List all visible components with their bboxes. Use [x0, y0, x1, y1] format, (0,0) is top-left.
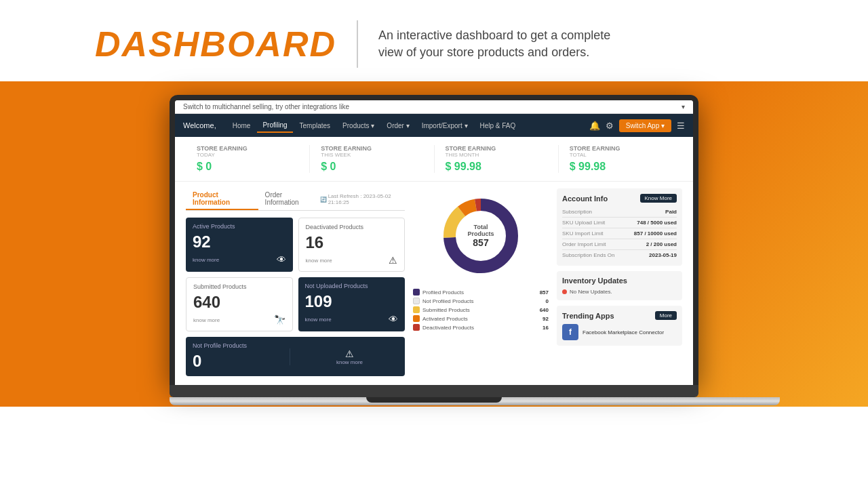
deactivated-products-know-more[interactable]: know more — [306, 258, 332, 264]
notification-dropdown-icon[interactable]: ▾ — [682, 103, 685, 110]
account-subscription-row: Subscription Paid — [562, 207, 677, 218]
submitted-products-label: Submitted Products — [193, 283, 285, 290]
legend-label-activated: Activated Products — [422, 316, 468, 322]
order-import-row: Order Import Limit 2 / 200 used — [562, 239, 677, 250]
laptop-container: Switch to multichannel selling, try othe… — [170, 95, 698, 405]
active-products-value: 92 — [193, 232, 286, 251]
subscription-ends-label: Subscription Ends On — [562, 252, 614, 258]
legend-label-not-profiled: Not Profiled Products — [422, 298, 474, 304]
nav-items: Home Profiling Templates Products ▾ Orde… — [227, 119, 589, 133]
legend-value-submitted: 640 — [540, 307, 549, 313]
nav-import-export[interactable]: Import/Export ▾ — [416, 119, 473, 132]
nav-home[interactable]: Home — [227, 119, 256, 132]
subscription-ends-value: 2023-05-19 — [649, 252, 677, 258]
account-info-know-more-button[interactable]: Know More — [640, 194, 677, 203]
donut-value: 857 — [460, 237, 501, 248]
not-profile-card: Not Profile Products 0 ⚠ know more — [186, 337, 405, 376]
nav-templates[interactable]: Templates — [294, 119, 336, 132]
donut-center: Total Products 857 — [460, 224, 501, 248]
trending-more-button[interactable]: More — [655, 311, 677, 320]
earning-label-0: STORE EARNING — [197, 145, 298, 152]
submitted-products-footer: know more 🔭 — [193, 314, 285, 325]
order-import-value: 2 / 200 used — [646, 241, 677, 247]
tab-product-information[interactable]: Product Information — [186, 188, 258, 210]
account-info-header: Account Info Know More — [562, 194, 677, 203]
trending-item-facebook: f Facebook Marketplace Connector — [562, 324, 677, 340]
refresh-text: Last Refresh : 2023-05-02 21:16:25 — [328, 193, 405, 205]
earning-period-3: TOTAL — [570, 152, 671, 158]
trending-header: Trending Apps More — [562, 311, 677, 320]
header-subtitle: An interactive dashboard to get a comple… — [378, 27, 636, 61]
not-profile-know-more[interactable]: know more — [336, 359, 363, 365]
sku-upload-row: SKU Upload Limit 748 / 5000 used — [562, 218, 677, 228]
laptop-screen: Switch to multichannel selling, try othe… — [175, 100, 693, 385]
facebook-icon: f — [562, 324, 578, 340]
warning-icon-deactivated: ⚠ — [389, 255, 397, 266]
inventory-title: Inventory Updates — [562, 277, 627, 285]
page-header: DASHBOARD An interactive dashboard to ge… — [0, 0, 868, 81]
nav-products[interactable]: Products ▾ — [337, 119, 380, 132]
subscription-ends-row: Subscription Ends On 2023-05-19 — [562, 250, 677, 260]
bell-icon[interactable]: 🔔 — [589, 121, 600, 131]
sku-upload-value: 748 / 5000 used — [637, 220, 677, 226]
not-uploaded-know-more[interactable]: know more — [305, 317, 332, 323]
sku-import-label: SKU Import Limit — [562, 230, 603, 237]
not-profile-left: Not Profile Products 0 — [193, 342, 290, 371]
gear-icon[interactable]: ⚙ — [606, 121, 614, 131]
donut-chart: Total Products 857 — [440, 195, 521, 277]
legend-label-profiled: Profiled Products — [422, 289, 464, 296]
nav-profiling[interactable]: Profiling — [257, 119, 292, 133]
hamburger-icon[interactable]: ☰ — [677, 121, 685, 131]
inventory-section: Inventory Updates No New Updates. — [557, 271, 682, 300]
earning-month: STORE EARNING THIS MONTH $ 99.98 — [435, 145, 559, 173]
warning-icon-not-profile: ⚠ — [345, 348, 354, 359]
switch-app-button[interactable]: Switch App ▾ — [619, 119, 671, 132]
submitted-products-card: Submitted Products 640 know more 🔭 — [186, 277, 293, 331]
nav-bar: Welcome, Home Profiling Templates Produc… — [175, 114, 693, 137]
trending-section: Trending Apps More f Facebook Marketplac… — [557, 306, 682, 346]
earning-period-0: TODAY — [197, 152, 298, 158]
sku-import-value: 857 / 10000 used — [634, 230, 677, 237]
binoculars-icon: 🔭 — [274, 314, 285, 325]
earning-label-2: STORE EARNING — [446, 145, 547, 152]
not-uploaded-products-card: Not Uploaded Products 109 know more 👁 — [298, 277, 406, 331]
laptop-screen-border: Switch to multichannel selling, try othe… — [170, 95, 698, 385]
legend-dot-deactivated — [413, 324, 420, 331]
earning-value-1: $ 0 — [321, 161, 422, 173]
subscription-value: Paid — [665, 209, 677, 215]
sku-import-row: SKU Import Limit 857 / 10000 used — [562, 228, 677, 239]
subscription-label: Subscription — [562, 209, 592, 215]
active-products-know-more[interactable]: know more — [193, 257, 219, 263]
legend-value-deactivated: 16 — [542, 325, 549, 331]
active-products-label: Active Products — [193, 223, 286, 230]
legend-dot-activated — [413, 315, 420, 322]
eye-icon-active: 👁 — [277, 254, 286, 265]
deactivated-products-label: Deactivated Products — [306, 224, 398, 230]
submitted-products-value: 640 — [193, 293, 285, 312]
submitted-products-know-more[interactable]: know more — [193, 317, 220, 323]
earnings-section: STORE EARNING TODAY $ 0 STORE EARNING TH… — [175, 137, 693, 182]
earning-value-0: $ 0 — [197, 161, 298, 173]
tabs-row: Product Information Order Information 🔄 … — [186, 188, 405, 211]
nav-order[interactable]: Order ▾ — [381, 119, 414, 132]
legend-value-activated: 92 — [542, 316, 549, 322]
not-profile-right: ⚠ know more — [290, 348, 398, 365]
right-panel: Account Info Know More Subscription Paid… — [557, 188, 682, 385]
not-uploaded-products-value: 109 — [305, 292, 399, 311]
eye-icon-not-uploaded: 👁 — [389, 314, 398, 325]
not-profile-value: 0 — [193, 352, 290, 371]
earning-period-1: THIS WEEK — [321, 152, 422, 158]
nav-help-faq[interactable]: Help & FAQ — [475, 119, 521, 132]
not-uploaded-products-footer: know more 👁 — [305, 314, 399, 325]
not-uploaded-products-label: Not Uploaded Products — [305, 283, 399, 289]
earning-period-2: THIS MONTH — [446, 152, 547, 158]
red-dot-icon — [562, 289, 567, 294]
nav-welcome: Welcome, — [183, 121, 216, 129]
earning-label-3: STORE EARNING — [570, 145, 671, 152]
legend-value-profiled: 857 — [540, 289, 549, 296]
earning-value-3: $ 99.98 — [570, 161, 671, 173]
not-profile-label: Not Profile Products — [193, 342, 290, 349]
earning-value-2: $ 99.98 — [446, 161, 547, 173]
tab-order-information[interactable]: Order Information — [258, 188, 320, 210]
notification-bar: Switch to multichannel selling, try othe… — [175, 100, 693, 114]
